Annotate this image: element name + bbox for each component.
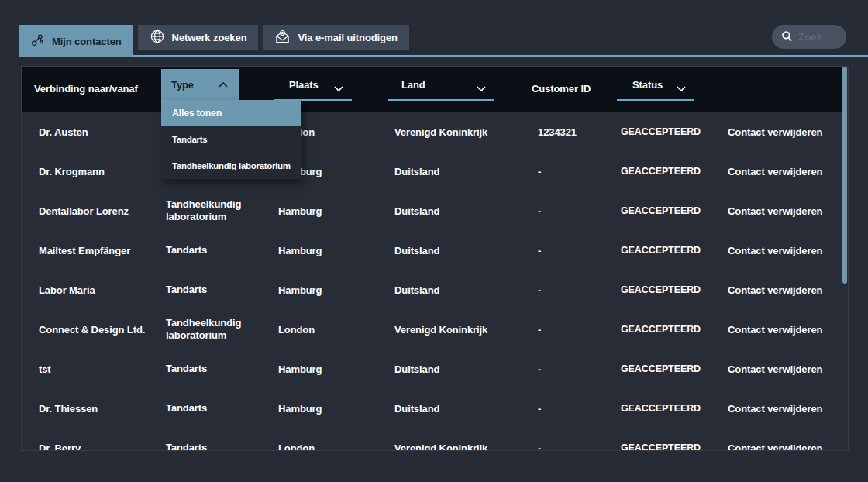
status-badge: GEACCEPTEERD [621,245,701,256]
cell-connection: Dr. Austen [39,126,88,137]
status-badge: GEACCEPTEERD [621,363,701,374]
tab-label: Via e-mail uitnodigen [298,32,397,43]
dropdown-item-alles-tonen[interactable]: Alles tonen [161,100,301,126]
globe-icon [150,29,165,46]
cell-connection: Connect & Design Ltd. [39,323,145,335]
table-row: Dr. Krogmann Tandarts Hamburg Duitsland … [22,151,848,191]
status-badge: GEACCEPTEERD [621,324,701,335]
remove-contact-button[interactable]: Contact verwijderen [728,363,822,374]
cell-type: Tandarts [166,442,264,451]
tab-bar: Mijn contacten Netwerk zoeken [19,25,409,57]
cell-land: Duitsland [394,244,439,256]
column-header-customer-id: Customer ID [532,67,591,112]
search-icon [781,30,793,44]
status-badge: GEACCEPTEERD [621,166,701,177]
cell-customer-id: - [538,323,541,335]
table-row: Dr. Austen Tandarts London Verenigd Koni… [22,112,848,151]
status-badge: GEACCEPTEERD [621,442,701,451]
cell-plaats: London [278,442,315,450]
filter-land[interactable]: Land [388,67,494,112]
table-body: Dr. Austen Tandarts London Verenigd Koni… [22,112,848,450]
cell-type: Tandarts [166,363,264,375]
cell-connection: Dentallabor Lorenz [39,205,129,216]
cell-connection: Labor Maria [39,284,95,295]
cell-plaats: Hamburg [278,402,322,414]
search-input[interactable]: Zoek [772,25,846,49]
status-badge: GEACCEPTEERD [621,205,701,216]
filter-type-label: Type [171,79,194,91]
tab-netwerk-zoeken[interactable]: Netwerk zoeken [138,25,259,50]
table-row: Mailtest Empfänger Tandarts Hamburg Duit… [22,230,848,270]
tab-email-uitnodigen[interactable]: Via e-mail uitnodigen [263,25,408,50]
cell-connection: Dr. Krogmann [39,165,105,177]
cell-customer-id: - [538,442,541,450]
column-header-connection: Verbinding naar/vanaf [34,67,138,112]
dropdown-item-tandarts[interactable]: Tandarts [161,126,301,153]
chevron-down-icon [333,83,344,95]
remove-contact-button[interactable]: Contact verwijderen [728,244,822,256]
contacts-page: Mijn contacten Netwerk zoeken [0,0,868,482]
dropdown-item-tandheelkundig-laboratorium[interactable]: Tandheelkundig laboratorium [161,153,301,179]
filter-land-label: Land [401,79,425,91]
cell-type: Tandarts [166,244,264,256]
cell-customer-id: - [538,205,541,216]
cell-customer-id: - [538,284,541,295]
cell-plaats: Hamburg [278,284,322,295]
type-filter-dropdown: Alles tonen Tandarts Tandheelkundig labo… [161,100,301,179]
cell-customer-id: - [538,402,541,414]
cell-land: Duitsland [394,363,439,374]
cell-customer-id: - [538,363,541,374]
cell-customer-id: - [538,165,541,177]
remove-contact-button[interactable]: Contact verwijderen [728,126,822,137]
cell-connection: Dr. Thiessen [39,402,98,414]
cell-type: Tandheelkundig laboratorium [166,317,264,342]
table-row: tst Tandarts Hamburg Duitsland - GEACCEP… [22,349,848,388]
cell-customer-id: - [538,244,541,256]
status-badge: GEACCEPTEERD [621,403,701,414]
cell-land: Duitsland [394,402,439,414]
remove-contact-button[interactable]: Contact verwijderen [728,323,822,335]
chevron-down-icon [476,83,487,95]
cell-connection: Dr. Berry [39,442,81,450]
remove-contact-button[interactable]: Contact verwijderen [728,402,822,414]
tab-label: Mijn contacten [52,36,122,47]
contacts-table: Verbinding naar/vanaf Type Plaats [21,66,849,451]
cell-customer-id: 1234321 [538,126,577,137]
cell-plaats: London [278,323,315,335]
scrollbar-thumb[interactable] [842,67,847,284]
tab-label: Netwerk zoeken [172,32,247,43]
cell-connection: Mailtest Empfänger [39,244,130,256]
table-header: Verbinding naar/vanaf Type Plaats [22,67,842,112]
cell-type: Tandarts [166,402,264,415]
cell-type: Tandheelkundig laboratorium [166,198,264,223]
status-badge: GEACCEPTEERD [621,284,701,295]
mail-icon [274,29,291,46]
network-icon [30,33,45,50]
table-row: Connect & Design Ltd. Tandheelkundig lab… [22,309,848,349]
cell-plaats: Hamburg [278,205,322,216]
tab-mijn-contacten[interactable]: Mijn contacten [19,25,133,57]
cell-land: Duitsland [394,284,439,295]
chevron-up-icon [218,79,229,91]
table-row: Dr. Berry Tandarts London Verenigd Konin… [22,428,848,450]
status-badge: GEACCEPTEERD [621,126,701,137]
filter-plaats-label: Plaats [289,79,319,91]
filter-type[interactable]: Type [161,69,239,100]
cell-type: Tandarts [166,284,264,296]
cell-land: Verenigd Koninkrijk [394,323,487,335]
remove-contact-button[interactable]: Contact verwijderen [728,284,822,295]
cell-connection: tst [39,363,51,374]
filter-status[interactable]: Status [617,67,694,112]
cell-land: Duitsland [394,165,439,177]
table-row: Dentallabor Lorenz Tandheelkundig labora… [22,191,848,230]
cell-plaats: Hamburg [278,244,322,256]
filter-underline [617,99,694,101]
remove-contact-button[interactable]: Contact verwijderen [728,165,822,177]
remove-contact-button[interactable]: Contact verwijderen [728,205,822,216]
cell-land: Verenigd Koninkrijk [394,442,487,450]
table-row: Labor Maria Tandarts Hamburg Duitsland -… [22,270,848,309]
filter-underline [388,99,494,101]
remove-contact-button[interactable]: Contact verwijderen [728,442,822,450]
filter-status-label: Status [632,79,663,91]
cell-land: Duitsland [394,205,439,216]
